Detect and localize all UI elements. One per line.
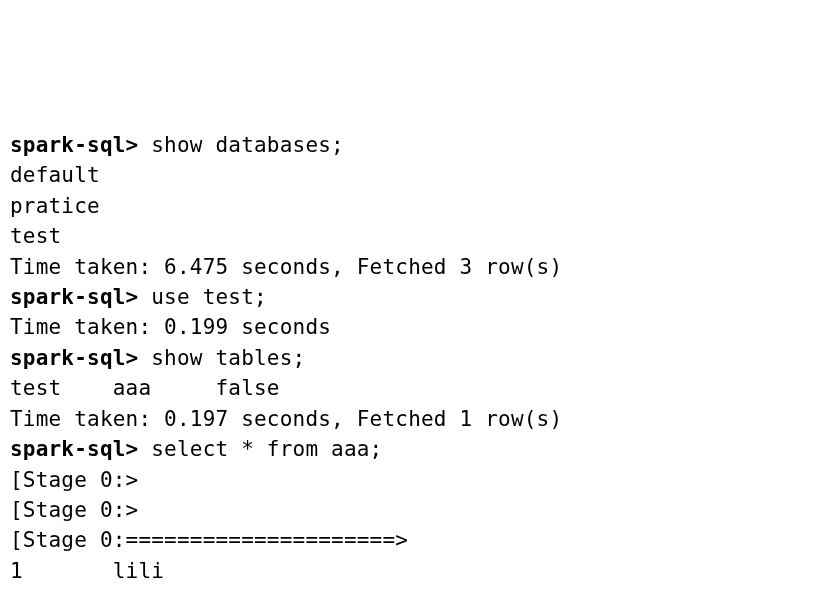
terminal-output-line: test aaa false (10, 373, 814, 403)
terminal-output-line: [Stage 0:=====================> (10, 525, 814, 555)
terminal-output-line: pratice (10, 191, 814, 221)
terminal-output-line: [Stage 0:> (10, 465, 814, 495)
terminal-command-line: spark-sql> show databases; (10, 130, 814, 160)
terminal-command-line: spark-sql> show tables; (10, 343, 814, 373)
terminal-output-line: default (10, 160, 814, 190)
terminal-prompt: spark-sql> (10, 133, 138, 157)
terminal-output-line: Time taken: 6.475 seconds, Fetched 3 row… (10, 252, 814, 282)
terminal-command-line: spark-sql> select * from aaa; (10, 434, 814, 464)
terminal-output[interactable]: spark-sql> show databases;defaultpratice… (10, 130, 814, 587)
terminal-output-line: 1 lili (10, 556, 814, 586)
terminal-output-line: Time taken: 0.197 seconds, Fetched 1 row… (10, 404, 814, 434)
terminal-command: select * from aaa; (151, 437, 382, 461)
terminal-output-line: Time taken: 0.199 seconds (10, 312, 814, 342)
terminal-command: show databases; (151, 133, 344, 157)
terminal-command: use test; (151, 285, 267, 309)
terminal-output-line: [Stage 0:> (10, 495, 814, 525)
terminal-prompt: spark-sql> (10, 437, 138, 461)
terminal-output-line: test (10, 221, 814, 251)
terminal-prompt: spark-sql> (10, 285, 138, 309)
terminal-prompt: spark-sql> (10, 346, 138, 370)
terminal-command: show tables; (151, 346, 305, 370)
terminal-command-line: spark-sql> use test; (10, 282, 814, 312)
